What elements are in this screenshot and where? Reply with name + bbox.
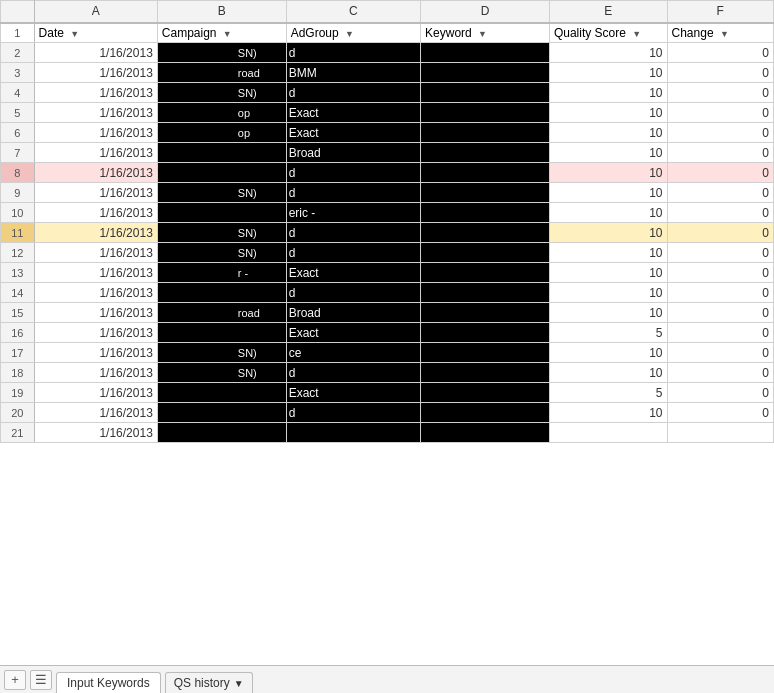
table-row[interactable]: 171/16/2013SN)ce100 <box>1 343 774 363</box>
cell-change-7[interactable]: 0 <box>667 143 773 163</box>
filter-arrow-b[interactable]: ▼ <box>223 29 232 39</box>
cell-change-5[interactable]: 0 <box>667 103 773 123</box>
cell-adgroup-11[interactable]: d <box>286 223 420 243</box>
cell-date-17[interactable]: 1/16/2013 <box>34 343 157 363</box>
cell-date-9[interactable]: 1/16/2013 <box>34 183 157 203</box>
cell-campaign-4[interactable]: SN) <box>157 83 286 103</box>
cell-keyword-17[interactable] <box>421 343 550 363</box>
cell-campaign-17[interactable]: SN) <box>157 343 286 363</box>
cell-adgroup-4[interactable]: d <box>286 83 420 103</box>
cell-keyword-4[interactable] <box>421 83 550 103</box>
cell-campaign-14[interactable] <box>157 283 286 303</box>
table-row[interactable]: 201/16/2013d100 <box>1 403 774 423</box>
cell-adgroup-18[interactable]: d <box>286 363 420 383</box>
table-row[interactable]: 51/16/2013opExact100 <box>1 103 774 123</box>
cell-qs-12[interactable]: 10 <box>549 243 667 263</box>
table-row[interactable]: 71/16/2013Broad100 <box>1 143 774 163</box>
cell-change-3[interactable]: 0 <box>667 63 773 83</box>
cell-adgroup-9[interactable]: d <box>286 183 420 203</box>
cell-campaign-20[interactable] <box>157 403 286 423</box>
cell-change-14[interactable]: 0 <box>667 283 773 303</box>
cell-change-4[interactable]: 0 <box>667 83 773 103</box>
cell-change-10[interactable]: 0 <box>667 203 773 223</box>
cell-campaign-16[interactable] <box>157 323 286 343</box>
cell-change-18[interactable]: 0 <box>667 363 773 383</box>
cell-campaign-2[interactable]: SN) <box>157 43 286 63</box>
header-change[interactable]: Change ▼ <box>667 23 773 43</box>
col-letter-d[interactable]: D <box>421 1 550 23</box>
cell-campaign-9[interactable]: SN) <box>157 183 286 203</box>
cell-keyword-14[interactable] <box>421 283 550 303</box>
cell-keyword-19[interactable] <box>421 383 550 403</box>
cell-qs-4[interactable]: 10 <box>549 83 667 103</box>
cell-adgroup-21[interactable] <box>286 423 420 443</box>
cell-adgroup-19[interactable]: Exact <box>286 383 420 403</box>
sheet-menu-button[interactable]: ☰ <box>30 670 52 690</box>
cell-date-19[interactable]: 1/16/2013 <box>34 383 157 403</box>
cell-date-12[interactable]: 1/16/2013 <box>34 243 157 263</box>
cell-campaign-6[interactable]: op <box>157 123 286 143</box>
header-date[interactable]: Date ▼ <box>34 23 157 43</box>
cell-keyword-12[interactable] <box>421 243 550 263</box>
cell-date-21[interactable]: 1/16/2013 <box>34 423 157 443</box>
header-campaign[interactable]: Campaign ▼ <box>157 23 286 43</box>
cell-qs-5[interactable]: 10 <box>549 103 667 123</box>
tab-dropdown-arrow[interactable]: ▼ <box>234 678 244 689</box>
cell-adgroup-17[interactable]: ce <box>286 343 420 363</box>
header-adgroup[interactable]: AdGroup ▼ <box>286 23 420 43</box>
table-row[interactable]: 81/16/2013d100 <box>1 163 774 183</box>
table-row[interactable]: 211/16/2013 <box>1 423 774 443</box>
table-row[interactable]: 161/16/2013Exact50 <box>1 323 774 343</box>
cell-qs-3[interactable]: 10 <box>549 63 667 83</box>
cell-keyword-9[interactable] <box>421 183 550 203</box>
col-letter-e[interactable]: E <box>549 1 667 23</box>
cell-qs-6[interactable]: 10 <box>549 123 667 143</box>
cell-change-8[interactable]: 0 <box>667 163 773 183</box>
cell-date-5[interactable]: 1/16/2013 <box>34 103 157 123</box>
col-letter-f[interactable]: F <box>667 1 773 23</box>
cell-qs-16[interactable]: 5 <box>549 323 667 343</box>
cell-date-7[interactable]: 1/16/2013 <box>34 143 157 163</box>
cell-change-20[interactable]: 0 <box>667 403 773 423</box>
cell-change-12[interactable]: 0 <box>667 243 773 263</box>
cell-adgroup-16[interactable]: Exact <box>286 323 420 343</box>
cell-keyword-18[interactable] <box>421 363 550 383</box>
filter-arrow-a[interactable]: ▼ <box>70 29 79 39</box>
cell-qs-10[interactable]: 10 <box>549 203 667 223</box>
cell-adgroup-10[interactable]: eric - <box>286 203 420 223</box>
cell-date-10[interactable]: 1/16/2013 <box>34 203 157 223</box>
cell-date-2[interactable]: 1/16/2013 <box>34 43 157 63</box>
cell-qs-18[interactable]: 10 <box>549 363 667 383</box>
cell-adgroup-15[interactable]: Broad <box>286 303 420 323</box>
header-quality-score[interactable]: Quality Score ▼ <box>549 23 667 43</box>
cell-adgroup-20[interactable]: d <box>286 403 420 423</box>
cell-adgroup-3[interactable]: BMM <box>286 63 420 83</box>
cell-change-19[interactable]: 0 <box>667 383 773 403</box>
filter-arrow-d[interactable]: ▼ <box>478 29 487 39</box>
cell-adgroup-5[interactable]: Exact <box>286 103 420 123</box>
cell-adgroup-13[interactable]: Exact <box>286 263 420 283</box>
cell-change-13[interactable]: 0 <box>667 263 773 283</box>
cell-campaign-3[interactable]: road <box>157 63 286 83</box>
cell-date-4[interactable]: 1/16/2013 <box>34 83 157 103</box>
cell-change-11[interactable]: 0 <box>667 223 773 243</box>
cell-date-13[interactable]: 1/16/2013 <box>34 263 157 283</box>
table-row[interactable]: 131/16/2013r -Exact100 <box>1 263 774 283</box>
cell-date-11[interactable]: 1/16/2013 <box>34 223 157 243</box>
tab-qs-history[interactable]: QS history ▼ <box>165 672 253 694</box>
col-letter-b[interactable]: B <box>157 1 286 23</box>
cell-campaign-15[interactable]: road <box>157 303 286 323</box>
cell-change-2[interactable]: 0 <box>667 43 773 63</box>
cell-keyword-15[interactable] <box>421 303 550 323</box>
cell-keyword-13[interactable] <box>421 263 550 283</box>
cell-keyword-11[interactable] <box>421 223 550 243</box>
cell-date-20[interactable]: 1/16/2013 <box>34 403 157 423</box>
cell-keyword-7[interactable] <box>421 143 550 163</box>
table-row[interactable]: 21/16/2013SN)d100 <box>1 43 774 63</box>
cell-keyword-8[interactable] <box>421 163 550 183</box>
cell-campaign-11[interactable]: SN) <box>157 223 286 243</box>
cell-campaign-5[interactable]: op <box>157 103 286 123</box>
cell-change-15[interactable]: 0 <box>667 303 773 323</box>
cell-change-16[interactable]: 0 <box>667 323 773 343</box>
table-row[interactable]: 61/16/2013opExact100 <box>1 123 774 143</box>
